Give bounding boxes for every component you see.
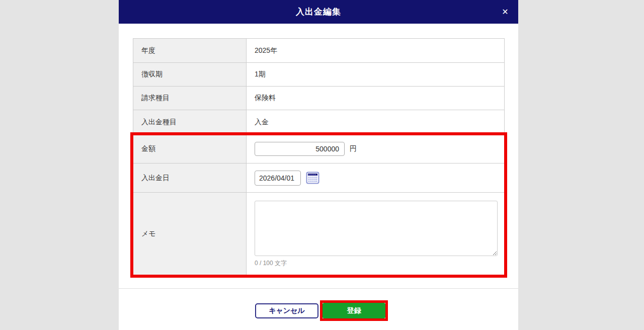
row-value-amount: 円 [247,134,504,163]
page-background: { "modal": { "title": "入出金編集", "close_ic… [0,0,644,330]
amount-unit-label: 円 [350,144,357,153]
row-value-collection-period: 1期 [247,63,504,86]
edit-transaction-modal: 入出金編集 ✕ 年度 2025年 徴収期 1期 請求種目 保険料 入出金種目 入… [119,0,518,330]
table-row: 入出金種目 入金 [133,110,504,134]
table-row: 請求種目 保険料 [133,87,504,110]
row-label-billing-type: 請求種目 [133,87,247,110]
date-input[interactable] [255,171,301,186]
cancel-button[interactable]: キャンセル [255,303,318,318]
row-value-transaction-date [247,163,504,192]
table-row: メモ 0 / 100 文字 [133,193,504,276]
row-value-transaction-type: 入金 [247,110,504,134]
row-value-year: 2025年 [247,39,504,62]
row-value-billing-type: 保険料 [247,87,504,110]
submit-button[interactable]: 登録 [323,303,385,318]
row-label-year: 年度 [133,39,247,62]
table-row: 入出金日 [133,163,504,193]
row-label-memo: メモ [133,193,247,275]
table-row: 徴収期 1期 [133,63,504,87]
memo-character-counter: 0 / 100 文字 [255,259,287,268]
footer-divider [119,288,518,289]
table-row: 金額 円 [133,134,504,163]
row-label-transaction-date: 入出金日 [133,163,247,192]
transaction-form-table: 年度 2025年 徴収期 1期 請求種目 保険料 入出金種目 入金 金額 円 入… [133,38,505,276]
modal-header: 入出金編集 ✕ [119,0,518,24]
close-icon[interactable]: ✕ [497,0,513,24]
table-row: 年度 2025年 [133,39,504,63]
calendar-icon[interactable] [306,171,319,185]
memo-textarea[interactable] [255,201,498,256]
row-label-amount: 金額 [133,134,247,163]
amount-input[interactable] [255,142,345,156]
modal-title: 入出金編集 [119,0,518,24]
row-value-memo: 0 / 100 文字 [247,193,504,275]
row-label-transaction-type: 入出金種目 [133,110,247,134]
row-label-collection-period: 徴収期 [133,63,247,86]
